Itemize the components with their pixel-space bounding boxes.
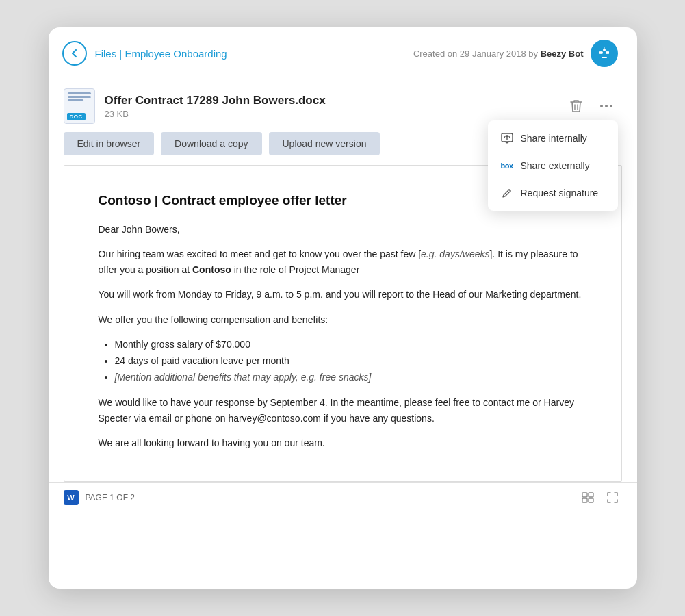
creator-name: Beezy Bot (541, 49, 584, 59)
header-left: Files | Employee Onboarding (62, 41, 227, 66)
doc-line-2 (68, 96, 91, 98)
dropdown-item-share-internally[interactable]: Share internally (488, 125, 618, 152)
share-externally-label: Share externally (521, 160, 590, 171)
svg-rect-6 (599, 51, 601, 54)
file-info-row: DOC Offer Contract 17289 John Bowers.doc… (49, 77, 637, 132)
page-label: PAGE 1 OF 2 (86, 493, 135, 502)
doc-icon-lines (64, 89, 94, 103)
svg-point-12 (610, 105, 612, 107)
breadcrumb-separator: | (116, 48, 125, 60)
benefit-item-3: [Mention additional benefits that may ap… (115, 370, 587, 386)
svg-point-11 (605, 105, 608, 107)
doc-intro: Our hiring team was excited to meet and … (99, 246, 587, 277)
doc-signoff: We are all looking forward to having you… (99, 435, 587, 450)
word-icon: W (64, 490, 79, 505)
expand-button[interactable] (603, 488, 622, 507)
request-signature-label: Request signature (521, 188, 599, 198)
share-internally-label: Share internally (521, 133, 587, 144)
doc-badge: DOC (67, 113, 86, 120)
view-options-button[interactable] (578, 488, 597, 507)
doc-content: Contoso | Contract employee offer letter… (99, 193, 587, 451)
doc-footer-right (578, 488, 622, 507)
benefit-item-2: 24 days of paid vacation leave per month (115, 353, 587, 370)
svg-rect-17 (582, 498, 587, 502)
svg-rect-5 (604, 47, 604, 49)
doc-benefits-list: Monthly gross salary of $70.000 24 days … (115, 337, 587, 385)
header-right: Created on 29 January 2018 by Beezy Bot (413, 40, 618, 67)
share-internal-icon (500, 131, 514, 145)
main-card: Files | Employee Onboarding Created on 2… (49, 27, 637, 589)
svg-rect-7 (608, 51, 609, 54)
doc-schedule: You will work from Monday to Friday, 9 a… (99, 287, 587, 302)
back-button[interactable] (62, 41, 87, 66)
upload-new-version-button[interactable]: Upload new version (269, 132, 380, 155)
svg-rect-3 (602, 57, 607, 58)
doc-compensation-intro: We offer you the following compensation … (99, 312, 587, 327)
dropdown-item-share-externally[interactable]: box Share externally (488, 152, 618, 179)
doc-closing: We would like to have your response by S… (99, 395, 587, 426)
box-icon: box (500, 159, 514, 172)
file-actions-right: Share internally box Share externally Re… (565, 94, 618, 118)
breadcrumb-files[interactable]: Files (95, 48, 117, 60)
doc-footer: W PAGE 1 OF 2 (49, 482, 637, 513)
file-meta: Offer Contract 17289 John Bowers.docx 23… (105, 94, 326, 119)
doc-line-1 (68, 92, 91, 94)
benefit-item-1: Monthly gross salary of $70.000 (115, 337, 587, 353)
breadcrumb-section[interactable]: Employee Onboarding (125, 48, 227, 60)
breadcrumb: Files | Employee Onboarding (95, 48, 227, 60)
doc-line-3 (68, 99, 84, 101)
svg-point-10 (600, 105, 603, 107)
more-button[interactable] (595, 94, 618, 118)
doc-footer-left: W PAGE 1 OF 2 (64, 490, 135, 505)
edit-in-browser-button[interactable]: Edit in browser (64, 132, 155, 155)
doc-preview: Contoso | Contract employee offer letter… (64, 165, 622, 482)
svg-rect-16 (589, 493, 593, 497)
dropdown-menu: Share internally box Share externally Re… (488, 120, 618, 211)
bot-avatar (591, 40, 618, 67)
file-size: 23 KB (105, 109, 326, 119)
created-text: Created on 29 January 2018 by Beezy Bot (413, 49, 584, 59)
svg-point-0 (595, 44, 614, 63)
download-copy-button[interactable]: Download a copy (161, 132, 261, 155)
svg-rect-18 (589, 498, 593, 502)
delete-button[interactable] (565, 94, 588, 118)
svg-rect-15 (582, 493, 587, 497)
dropdown-item-request-signature[interactable]: Request signature (488, 179, 618, 207)
svg-rect-4 (603, 49, 606, 51)
file-name: Offer Contract 17289 John Bowers.docx (105, 94, 326, 107)
pen-icon (500, 186, 514, 200)
file-info-left: DOC Offer Contract 17289 John Bowers.doc… (64, 88, 326, 124)
doc-icon: DOC (64, 88, 95, 124)
doc-greeting: Dear John Bowers, (99, 222, 587, 237)
header: Files | Employee Onboarding Created on 2… (49, 27, 637, 77)
